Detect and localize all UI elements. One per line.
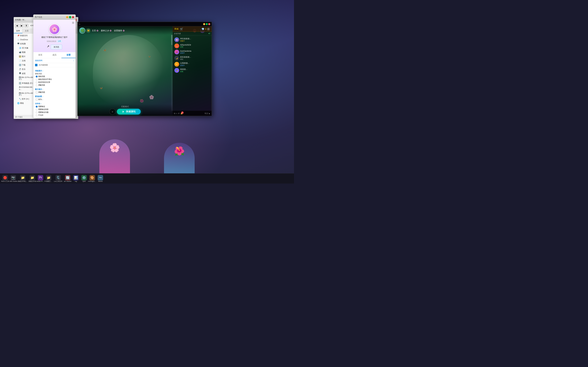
- qq-window-title: 用户信息: [35, 16, 66, 18]
- game-maximize-btn[interactable]: [206, 23, 208, 25]
- game-view-icon-2[interactable]: ▭: [176, 112, 177, 114]
- game-play-button[interactable]: 快速游玩: [117, 109, 141, 115]
- game-friend-avatar: 🦊: [174, 43, 179, 48]
- qq-cover-option-1[interactable]: 屏蔽消息: [36, 91, 74, 93]
- up-button[interactable]: ⬆: [24, 24, 28, 28]
- sidebar-item-quick-access[interactable]: 📌 快速访问: [14, 33, 36, 38]
- taskbar-app-obs[interactable]: 📷 OBS Studio: [9, 175, 17, 182]
- qq-allow-option-4[interactable]: 不允许: [36, 114, 74, 116]
- qq-tab-members[interactable]: 成员: [47, 52, 61, 58]
- game-notification-area: 🔔 3: [181, 112, 182, 114]
- sidebar-item-drive-c[interactable]: 💾 Win 10 Pro x64 (C:): [14, 76, 36, 81]
- game-friend-name: 420ynh2023r: [180, 44, 210, 46]
- game-friend-item[interactable]: 🎭 改改改... 在线: [174, 67, 211, 73]
- game-friend-item[interactable]: 🌙 此生改改改... 离线: [174, 55, 211, 61]
- game-notification-badge: 3: [181, 111, 184, 114]
- game-play-controls: ● 快速游玩: [109, 108, 141, 115]
- qq-allow-option-2[interactable]: 需要验证回答: [36, 108, 74, 111]
- game-user-avatar[interactable]: 🌿: [79, 27, 86, 34]
- sidebar-item-3d[interactable]: 🧊 3D 对象: [14, 46, 36, 50]
- game-nav-settings[interactable]: 设置服务 ✿: [114, 29, 125, 32]
- qq-option-4[interactable]: 屏蔽消息: [36, 84, 74, 86]
- game-friends-label: 好友列表: [174, 33, 181, 35]
- qq-option-3[interactable]: 收进消息且记录: [36, 81, 74, 83]
- taskbar-app-premiere[interactable]: Pr Adobe Premiere: [37, 175, 44, 182]
- qq-allow-option-1[interactable]: 需要验证: [36, 105, 74, 108]
- taskbar-app-create-folder[interactable]: 📁 中创建文件夹: [45, 175, 52, 182]
- sidebar-item-music[interactable]: 🎵 音乐: [14, 67, 36, 71]
- sidebar-item-this-pc[interactable]: 🖥️ 此电脑: [14, 42, 36, 46]
- back-button[interactable]: ◀: [15, 24, 19, 28]
- tab-home[interactable]: 主页: [22, 29, 31, 33]
- taskbar-app-this-pc[interactable]: 🔴 Rich小工具: [1, 175, 9, 182]
- sidebar-item-drive-f[interactable]: 💾 Win 10 Pro x64 (F:): [14, 92, 36, 97]
- game-friend-item[interactable]: 🦊 420ynh2023r 在线: [174, 43, 211, 49]
- sidebar-item-video[interactable]: 📹 视频: [14, 50, 36, 54]
- taskbar-app-arc[interactable]: 🔄 arc-cleaner: [64, 175, 71, 182]
- qq-send-message-btn[interactable]: 发消息: [51, 44, 62, 50]
- qq-share-icon[interactable]: ↗: [47, 44, 49, 50]
- game-right-panel: 商城 🛒 💎 0 + 好友列表 ●2 🌸: [173, 26, 212, 116]
- game-view-icon-1[interactable]: ⊞: [174, 112, 175, 114]
- game-scrollbar-thumb[interactable]: [171, 35, 173, 45]
- qq-profile-link[interactable]: 猫猫资料 ›: [33, 58, 76, 63]
- left-sidebar: [0, 14, 12, 172]
- sidebar-item-network[interactable]: 🌐 网络: [14, 101, 36, 105]
- qq-grid-icon[interactable]: ⊞: [72, 21, 74, 24]
- qq-allow-radio-4: [36, 114, 38, 116]
- sidebar-item-desktop[interactable]: 🖥️ 桌面: [14, 71, 36, 76]
- game-scrollbar[interactable]: [171, 35, 173, 111]
- waves-icon: 〜: [98, 175, 103, 180]
- taskbar-app-waves[interactable]: 〜 Waves: [97, 175, 104, 182]
- qq-option-2[interactable]: 接收消息但不弹出: [36, 78, 74, 81]
- taskbar-app-new-folder[interactable]: 📁 新建文件夹: [29, 175, 36, 182]
- game-minimize-btn[interactable]: [203, 23, 205, 25]
- tab-file[interactable]: 文件: [14, 29, 22, 33]
- game-friend-avatar: 🎭: [174, 68, 179, 73]
- game-close-btn[interactable]: [208, 23, 210, 25]
- taskbar-app-new-folder-6[interactable]: 📁 新建文件夹(6)·中国移动: [18, 175, 28, 182]
- sidebar-item-documents[interactable]: 📄 文档: [14, 58, 36, 63]
- qdit-icon: ⚙️: [81, 175, 87, 180]
- game-mode-prev-btn[interactable]: ●: [109, 108, 115, 115]
- qq-maximize-btn[interactable]: □: [69, 16, 71, 18]
- qq-topset-option[interactable]: 设为...: [36, 98, 74, 100]
- sidebar-item-pictures[interactable]: 🖼️ 图片: [14, 54, 36, 58]
- qq-tab-settings[interactable]: 设置: [61, 52, 76, 58]
- qq-topset-checkbox: [36, 99, 38, 100]
- qq-minimize-btn[interactable]: ─: [66, 16, 68, 18]
- game-friend-item[interactable]: 🌸 本生改改改... 匹配中: [174, 37, 211, 43]
- taskbar-label-animagraphics: Animagraphics: [88, 181, 96, 182]
- game-main-art: 🦋 🦋 🦋 🌸 🌺: [83, 36, 174, 106]
- game-view-icon-3[interactable]: ⬇: [178, 112, 180, 114]
- qq-search-setting-row: ✓ 允许被搜索: [33, 63, 76, 67]
- game-nav-home[interactable]: 主页 ✿: [92, 29, 98, 32]
- sidebar-item-downloads[interactable]: ⬇️ 下载: [14, 63, 36, 67]
- qq-tab-home[interactable]: 首页: [33, 52, 47, 58]
- sidebar-item-drive-h[interactable]: 🔧 软件 (H:): [14, 97, 36, 101]
- taskbar-label-newfolder: 新建文件夹: [29, 181, 36, 182]
- qq-close-btn[interactable]: ✕: [72, 16, 74, 18]
- taskbar-label-rich: Rich小工具: [1, 181, 9, 182]
- qq-allow-option-3[interactable]: 需要验证问题: [36, 111, 74, 114]
- game-friend-item[interactable]: ⭐ 让我来描... 游戏中: [174, 61, 211, 67]
- qq-notification-options: 接收消息 接收消息但不弹出 收进消息且记录 屏蔽消息: [36, 75, 74, 86]
- taskbar-app-animagraphics[interactable]: 🎨 Animagraphics: [88, 175, 96, 182]
- qq-allow-radio-3: [36, 111, 38, 113]
- sidebar-item-drive-d[interactable]: 💽 本地磁盘 (D:): [14, 81, 36, 85]
- taskbar-app-zip[interactable]: 🗜️ Lux上传文件: [53, 175, 63, 182]
- qq-nav-tabs: 首页 成员 设置: [33, 52, 76, 58]
- game-nav-forest[interactable]: 森林之乡 ✿: [101, 29, 112, 32]
- qq-user-id: 935610818 LV5: [47, 40, 62, 42]
- taskbar-app-mg[interactable]: 📊 mg: [72, 175, 80, 182]
- qq-search-checkbox[interactable]: ✓: [35, 64, 37, 66]
- sidebar-item-games[interactable]: 🎮 苏另的惊缘 游戏 文...: [14, 85, 36, 92]
- game-friend-avatar: ⭐: [174, 62, 179, 67]
- game-bottom-area: 匹配模式 ● 快速游玩: [78, 104, 173, 116]
- sidebar-item-onedrive[interactable]: ☁️ OneDrive: [14, 38, 36, 42]
- forward-button[interactable]: ▶: [20, 24, 24, 28]
- game-friend-item[interactable]: 🌺 loveGardenia 游戏中: [174, 49, 211, 55]
- qq-option-1[interactable]: 接收消息: [36, 75, 74, 78]
- game-add-currency-btn[interactable]: +: [207, 27, 210, 31]
- taskbar-app-qdit[interactable]: ⚙️ QDit: [80, 175, 88, 182]
